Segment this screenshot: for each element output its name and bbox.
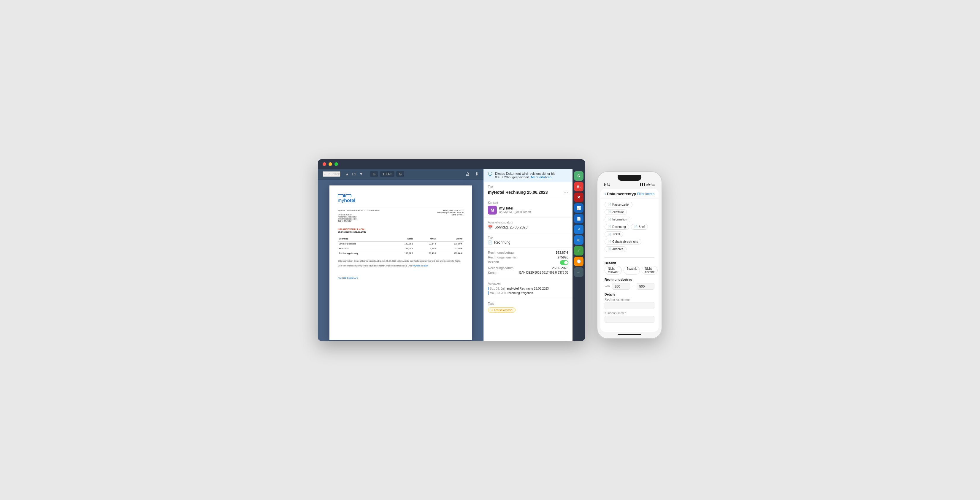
- doc-chip-icon: 📄: [608, 248, 611, 251]
- pdf-page: myhotel myHotel · Luckenwalder Str. 12 ·…: [329, 186, 472, 340]
- doc-type-chips: 📄 Kassenzettel 📄 Zertifikat 📄 Informatio…: [605, 202, 654, 252]
- chip-zertifikat[interactable]: 📄 Zertifikat: [605, 209, 627, 215]
- clock-sidebar-icon[interactable]: 🕐: [574, 257, 584, 266]
- wifi-icon: WiFi: [646, 183, 651, 186]
- mehr-erfahren-link[interactable]: Mehr erfahren: [531, 175, 551, 179]
- doc-chip-icon: 📄: [608, 233, 611, 236]
- rechnungsnummer-input[interactable]: [605, 302, 654, 309]
- chip-brief[interactable]: 📄 Brief: [631, 224, 648, 230]
- pdf-body: myhotel myHotel · Luckenwalder Str. 12 ·…: [318, 179, 484, 341]
- hotel-logo: myhotel: [338, 194, 464, 203]
- home-indicator[interactable]: [617, 334, 641, 335]
- zoom-out-icon[interactable]: ⊖: [370, 171, 378, 177]
- back-button[interactable]: ‹: [605, 192, 606, 196]
- table-row: Zimmer Business 142,86 € 27,14 € 170,00 …: [338, 241, 464, 246]
- phone-screen: ‹ Dokumententyp Filter leeren 📄 Kassenze…: [600, 189, 659, 332]
- task-item: Mo., 10. Juli rechnung freigeben: [488, 291, 568, 295]
- check-sidebar-icon[interactable]: ✓: [574, 246, 584, 256]
- doc-chip-icon: 📄: [634, 225, 638, 228]
- battery-icon: ▬: [652, 183, 655, 186]
- doc-type-filter: 📄 Kassenzettel 📄 Zertifikat 📄 Informatio…: [600, 199, 659, 256]
- chip-information[interactable]: 📄 Information: [605, 217, 630, 222]
- chip-nicht-relevant[interactable]: Nicht relevant: [605, 266, 622, 275]
- right-panel: 🛡 Dieses Dokument wird revisionssicher b…: [484, 169, 573, 341]
- tasks-section: Aufgaben So., 09. Juli myHotel Rechnung …: [484, 279, 573, 299]
- phone-notch: [617, 175, 641, 181]
- invoice-details-section: Rechnungsbetrag163,87 € Rechnungsnummer2…: [484, 248, 573, 279]
- table-row-total: Rechnungsbetrag 163,87 € 31,13 € 195,00 …: [338, 251, 464, 256]
- close-button[interactable]: [323, 162, 326, 166]
- print-icon[interactable]: 🖨: [465, 171, 470, 176]
- type-section: Typ 📄 Rechnung: [484, 233, 573, 248]
- more-sidebar-icon[interactable]: ···: [574, 267, 584, 277]
- more-options-button[interactable]: ···: [563, 190, 568, 195]
- rechnungsbetrag-section: Rechnungsbetrag Von 200 – 500: [600, 276, 659, 291]
- doc-chip-icon: 📄: [608, 210, 611, 213]
- table-row: Frühstück 21,01 € 3,99 € 25,00 €: [338, 246, 464, 251]
- signal-icon: ▐▐▐: [639, 183, 645, 186]
- doc-sidebar-icon[interactable]: 📄: [574, 214, 584, 224]
- chip-nicht-bezahlt[interactable]: Nicht bezahlt: [642, 266, 658, 275]
- doc-chip-icon: 📄: [608, 240, 611, 243]
- tag-reisekosten[interactable]: + Reisekosten: [488, 308, 515, 313]
- avatar: M: [488, 206, 497, 214]
- minimize-button[interactable]: [329, 162, 332, 166]
- status-bar: 9:41 ▐▐▐ WiFi ▬: [600, 183, 659, 186]
- desktop-window: ← Zurück ▲ 1/1 ▼ ⊖ 100% ⊕ 🖨 ⬇: [318, 159, 585, 341]
- x-sidebar-icon[interactable]: ✕: [574, 192, 584, 202]
- details-section: Details Rechnungsnummer Kundennummer: [600, 291, 659, 327]
- maximize-button[interactable]: [334, 162, 338, 166]
- pdf-viewer: ← Zurück ▲ 1/1 ▼ ⊖ 100% ⊕ 🖨 ⬇: [318, 169, 484, 341]
- invoice-footer: Bitte überweisen Sie den Rechnungsbetrag…: [338, 260, 464, 268]
- pdf-nav: ▲ 1/1 ▼: [345, 172, 363, 176]
- doc-chip-icon: 📄: [608, 203, 611, 206]
- chip-ticket[interactable]: 📄 Ticket: [605, 232, 623, 237]
- sidebar: G A: ✕ 📊 📄 ↗ ⊞ ✓ 🕐 ···: [573, 169, 585, 341]
- von-input[interactable]: 200: [612, 283, 630, 290]
- range-input-row: Von 200 – 500: [605, 283, 654, 290]
- chip-gehaltsabrechnung[interactable]: 📄 Gehaltsabrechnung: [605, 239, 641, 244]
- kundennummer-input[interactable]: [605, 316, 654, 323]
- bezahlt-filter: Nicht relevant Bezahlt Nicht bezahlt: [600, 266, 659, 276]
- chevron-down-icon[interactable]: ▼: [359, 172, 363, 176]
- pdf-zoom-controls: ⊖ 100% ⊕: [370, 171, 404, 177]
- task-item: So., 09. Juli myHotel Rechnung 25.06.202…: [488, 287, 568, 290]
- bis-input[interactable]: 500: [636, 283, 654, 290]
- doc-chip-icon: 📄: [608, 218, 611, 221]
- date-section: Ausstellungsdatum 📅 Sonntag, 25.06.2023: [484, 218, 573, 233]
- chip-rechnung[interactable]: 📄 Rechnung: [605, 224, 629, 230]
- shield-icon: 🛡: [488, 172, 493, 177]
- letter-a-sidebar-icon[interactable]: A:: [574, 182, 584, 191]
- chip-anderes[interactable]: 📄 Anderes: [605, 246, 627, 252]
- back-button[interactable]: ← Zurück: [323, 171, 340, 177]
- chart-sidebar-icon[interactable]: 📊: [574, 203, 584, 213]
- chevron-up-icon[interactable]: ▲: [345, 172, 349, 176]
- storage-banner: 🛡 Dieses Dokument wird revisionssicher b…: [484, 169, 573, 182]
- tags-section: Tags + Reisekosten: [484, 299, 573, 316]
- bezahlt-toggle[interactable]: [560, 260, 568, 265]
- invoice-table: Leistung Netto MwSt. Brutto Zimmer Busin…: [338, 236, 464, 256]
- titlebar: [318, 159, 585, 169]
- contact-section: Kontakt M myHotel an MySME (Mein Team): [484, 198, 573, 218]
- download-icon[interactable]: ⬇: [475, 171, 479, 177]
- zoom-in-icon[interactable]: ⊕: [396, 171, 404, 177]
- scene: ← Zurück ▲ 1/1 ▼ ⊖ 100% ⊕ 🖨 ⬇: [318, 159, 662, 341]
- mobile-phone: 9:41 ▐▐▐ WiFi ▬ ‹ Dokumententyp Filter l…: [597, 171, 662, 339]
- grid-sidebar-icon[interactable]: ⊞: [574, 235, 584, 245]
- logo-sidebar-icon[interactable]: G: [574, 171, 584, 181]
- plus-icon: +: [491, 308, 493, 312]
- doc-chip-icon: 📄: [608, 225, 611, 228]
- pdf-toolbar: ← Zurück ▲ 1/1 ▼ ⊖ 100% ⊕ 🖨 ⬇: [318, 169, 484, 179]
- title-section: Titel myHotel Rechnung 25.06.2023 ···: [484, 182, 573, 198]
- share-sidebar-icon[interactable]: ↗: [574, 225, 584, 234]
- chip-kassenzettel[interactable]: 📄 Kassenzettel: [605, 202, 632, 208]
- chip-bezahlt[interactable]: Bezahlt: [624, 266, 640, 275]
- calendar-icon: 📅: [488, 225, 493, 230]
- filter-clear-button[interactable]: Filter leeren: [637, 192, 654, 195]
- phone-header: ‹ Dokumententyp Filter leeren: [600, 189, 659, 199]
- document-icon: 📄: [488, 240, 492, 244]
- hotel-header: myHotel · Luckenwalder Str. 12 · 10963 B…: [338, 207, 464, 222]
